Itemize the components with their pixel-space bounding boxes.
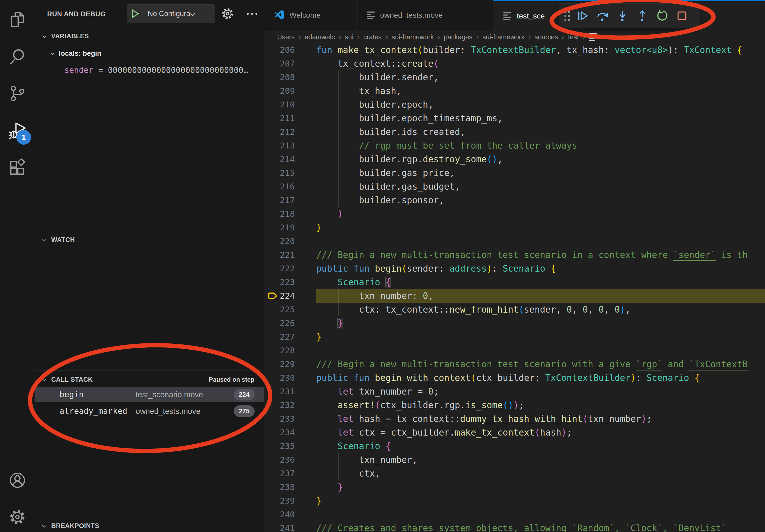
chevron-down-icon[interactable] — [190, 11, 195, 16]
variables-scope-row[interactable]: locals: begin — [35, 47, 264, 60]
code-line-232[interactable]: 232 assert!(ctx_builder.rgp.is_some()); — [264, 398, 765, 412]
line-number[interactable]: 232 — [264, 398, 295, 412]
code-line-208[interactable]: 208 builder.sender, — [264, 71, 765, 84]
breadcrumb-item[interactable]: sui — [345, 33, 354, 41]
chevron-down-icon[interactable] — [42, 34, 47, 38]
tab-welcome[interactable]: Welcome — [264, 0, 357, 31]
code-line-231[interactable]: 231 let txn_number = 0; — [264, 385, 765, 398]
code-line-239[interactable]: 239} — [264, 494, 765, 508]
activity-item-source-control-icon[interactable] — [0, 78, 35, 109]
breadcrumb-item[interactable]: adamwelc — [305, 33, 335, 41]
line-number[interactable]: 237 — [264, 467, 295, 480]
code-line-212[interactable]: 212 builder.ids_created, — [264, 125, 765, 139]
code-line-219[interactable]: 219} — [264, 221, 765, 234]
debug-step-over-button[interactable] — [593, 7, 612, 25]
more-actions-icon[interactable] — [243, 7, 261, 20]
code-line-213[interactable]: 213 // rgp must be set from the caller a… — [264, 139, 765, 152]
code-line-226[interactable]: 226 } — [264, 316, 765, 330]
chevron-down-icon[interactable] — [42, 523, 47, 527]
breadcrumb-item-file[interactable]: te — [589, 33, 606, 41]
line-number[interactable]: 222 — [264, 262, 295, 275]
code-line-217[interactable]: 217 builder.sponsor, — [264, 193, 765, 207]
line-number[interactable]: 229 — [264, 357, 295, 371]
line-number[interactable]: 236 — [264, 453, 295, 467]
code-line-227[interactable]: 227} — [264, 330, 765, 344]
line-number[interactable]: 216 — [264, 180, 295, 193]
line-number[interactable]: 228 — [264, 344, 295, 357]
line-number[interactable]: 230 — [264, 371, 295, 385]
breadcrumb-item[interactable]: sui-framework — [482, 33, 524, 41]
line-number[interactable]: 221 — [264, 248, 295, 262]
code-line-235[interactable]: 235 Scenario { — [264, 439, 765, 453]
section-variables[interactable]: VARIABLES — [35, 30, 264, 42]
code-line-225[interactable]: 225 ctx: tx_context::new_from_hint(sende… — [264, 303, 765, 316]
debug-step-out-button[interactable] — [633, 7, 651, 25]
variable-sender-row[interactable]: sender = 0000000000000000000000000000… — [64, 64, 263, 77]
breadcrumb-item[interactable]: sources — [534, 33, 558, 41]
line-number[interactable]: 206 — [264, 43, 295, 57]
line-number[interactable]: 207 — [264, 57, 295, 71]
line-number[interactable]: 210 — [264, 98, 295, 112]
activity-item-account-icon[interactable] — [0, 464, 35, 496]
code-line-209[interactable]: 209 tx_hash, — [264, 84, 765, 98]
chevron-down-icon[interactable] — [42, 237, 47, 241]
code-line-220[interactable]: 220 — [264, 234, 765, 248]
code-line-241[interactable]: 241/// Creates and shares system objects… — [264, 521, 765, 532]
code-line-211[interactable]: 211 builder.epoch_timestamp_ms, — [264, 112, 765, 125]
line-number[interactable]: 217 — [264, 193, 295, 207]
code-line-236[interactable]: 236 txn_number, — [264, 453, 765, 467]
line-number[interactable]: 227 — [264, 330, 295, 344]
current-frame-arrow-icon[interactable] — [268, 290, 278, 302]
line-number[interactable]: 231 — [264, 385, 295, 398]
code-line-229[interactable]: 229/// Begin a new multi-transaction tes… — [264, 357, 765, 371]
line-number[interactable]: 220 — [264, 234, 295, 248]
line-number[interactable]: 235 — [264, 439, 295, 453]
chevron-down-icon[interactable] — [50, 51, 55, 55]
code-line-238[interactable]: 238 } — [264, 480, 765, 494]
line-number[interactable]: 226 — [264, 316, 295, 330]
line-number[interactable]: 233 — [264, 412, 295, 426]
activity-item-search-icon[interactable] — [0, 41, 35, 72]
debug-settings-gear-icon[interactable] — [221, 7, 234, 20]
code-line-214[interactable]: 214 builder.rgp.destroy_some(), — [264, 152, 765, 166]
debug-stop-button[interactable] — [673, 7, 691, 25]
code-line-222[interactable]: 222public fun begin(sender: address): Sc… — [264, 262, 765, 275]
line-number[interactable]: 234 — [264, 426, 295, 439]
code-line-240[interactable]: 240 — [264, 508, 765, 521]
line-number[interactable]: 239 — [264, 494, 295, 508]
line-number[interactable]: 218 — [264, 207, 295, 221]
line-number[interactable]: 211 — [264, 112, 295, 125]
code-line-233[interactable]: 233 let hash = tx_context::dummy_tx_hash… — [264, 412, 765, 426]
breadcrumb-item[interactable]: crates — [364, 33, 382, 41]
call-stack-frame-already_marked[interactable]: already_markedowned_tests.move275 — [35, 403, 264, 419]
line-number[interactable]: 241 — [264, 521, 295, 532]
activity-item-files-icon[interactable] — [0, 4, 35, 35]
code-line-210[interactable]: 210 builder.epoch, — [264, 98, 765, 112]
debug-step-into-button[interactable] — [613, 7, 631, 25]
breadcrumb-item[interactable]: packages — [444, 33, 472, 41]
activity-item-settings-gear-icon[interactable] — [0, 501, 35, 532]
line-number[interactable]: 213 — [264, 139, 295, 152]
debug-config-dropdown[interactable]: No Configura — [127, 4, 215, 23]
breadcrumb-item[interactable]: Users — [277, 33, 295, 41]
code-line-224[interactable]: 224 txn_number: 0, — [264, 289, 765, 303]
code-line-218[interactable]: 218 ) — [264, 207, 765, 221]
code-line-206[interactable]: 206fun make_tx_context(builder: TxContex… — [264, 43, 765, 57]
tab-owned_tests-move[interactable]: owned_tests.move — [357, 0, 493, 31]
drag-handle-icon[interactable] — [563, 8, 572, 24]
chevron-down-icon[interactable] — [42, 377, 47, 381]
code-line-221[interactable]: 221/// Begin a new multi-transaction tes… — [264, 248, 765, 262]
section-watch[interactable]: WATCH — [35, 234, 264, 246]
code-line-207[interactable]: 207 tx_context::create( — [264, 57, 765, 71]
line-number[interactable]: 225 — [264, 303, 295, 316]
code-line-223[interactable]: 223 Scenario { — [264, 275, 765, 289]
breadcrumb-item[interactable]: test — [568, 33, 579, 41]
line-number[interactable]: 219 — [264, 221, 295, 234]
line-number[interactable]: 238 — [264, 480, 295, 494]
line-number[interactable]: 223 — [264, 275, 295, 289]
line-number[interactable]: 240 — [264, 508, 295, 521]
breadcrumb-item[interactable]: sui-framework — [391, 33, 434, 41]
line-number[interactable]: 209 — [264, 84, 295, 98]
line-number[interactable]: 212 — [264, 125, 295, 139]
call-stack-frame-begin[interactable]: begintest_scenario.move224 — [35, 387, 264, 402]
